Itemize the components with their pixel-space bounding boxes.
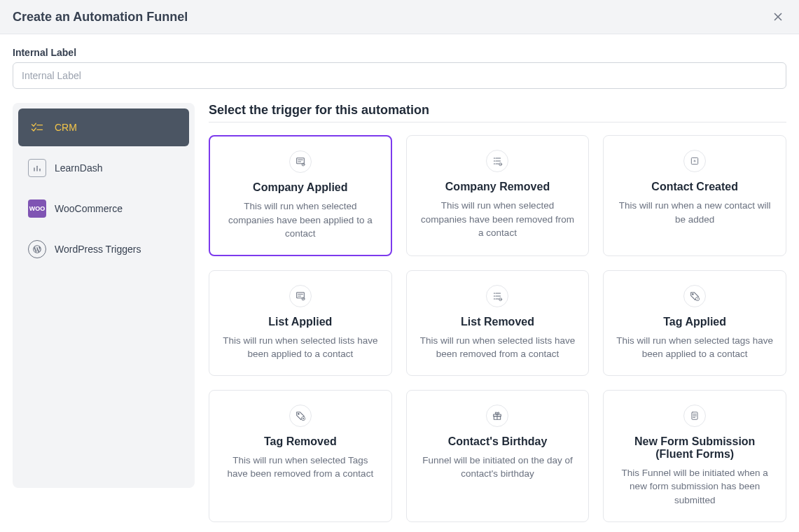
trigger-desc: This will run when selected Tags have be… — [222, 454, 379, 481]
sidebar-item-learndash[interactable]: LearnDash — [18, 149, 189, 187]
form-icon — [683, 405, 706, 427]
tag-x-icon — [289, 405, 312, 427]
modal-title: Create an Automation Funnel — [13, 10, 188, 24]
trigger-grid: Company Applied This will run when selec… — [209, 135, 786, 522]
gift-icon — [486, 405, 508, 427]
bar-chart-icon — [28, 159, 46, 177]
trigger-card-company-applied[interactable]: Company Applied This will run when selec… — [209, 135, 392, 256]
internal-label-input[interactable] — [13, 62, 786, 89]
trigger-card-list-applied[interactable]: List Applied This will run when selected… — [209, 270, 392, 376]
main: Select the trigger for this automation C… — [209, 103, 786, 522]
woo-icon: WOO — [28, 200, 46, 218]
layout: CRM LearnDash WOO WooCommerce — [13, 103, 786, 522]
trigger-title: List Applied — [222, 316, 379, 328]
trigger-card-company-removed[interactable]: Company Removed This will run when selec… — [406, 135, 590, 256]
trigger-card-list-removed[interactable]: List Removed This will run when selected… — [406, 270, 590, 376]
trigger-title: Contact Created — [616, 181, 773, 193]
trigger-title: Tag Removed — [222, 435, 379, 448]
tag-check-icon — [683, 285, 706, 307]
close-button[interactable] — [770, 8, 786, 25]
close-icon — [772, 11, 784, 22]
svg-point-9 — [298, 413, 299, 414]
bolt-icon — [683, 150, 706, 172]
trigger-desc: This will run when selected companies ha… — [419, 199, 576, 240]
wordpress-icon — [28, 240, 46, 258]
sidebar-item-woocommerce[interactable]: WOO WooCommerce — [18, 190, 189, 227]
sidebar-item-wordpress-triggers[interactable]: WordPress Triggers — [18, 230, 189, 268]
trigger-card-contacts-birthday[interactable]: Contact's Birthday Funnel will be initia… — [406, 390, 590, 522]
trigger-heading: Select the trigger for this automation — [209, 103, 786, 118]
trigger-desc: This will run when selected lists have b… — [222, 334, 379, 361]
trigger-desc: This will run when selected lists have b… — [419, 334, 576, 361]
svg-point-7 — [693, 293, 694, 295]
list-removed-icon — [486, 285, 508, 307]
internal-label-label: Internal Label — [13, 47, 786, 58]
trigger-card-new-form-submission[interactable]: New Form Submission (Fluent Forms) This … — [603, 390, 786, 522]
trigger-desc: Funnel will be initiated on the day of c… — [419, 454, 576, 481]
modal-header: Create an Automation Funnel — [0, 0, 799, 34]
trigger-desc: This Funnel will be initiated when a new… — [616, 466, 773, 507]
sidebar-item-label: LearnDash — [55, 162, 103, 174]
sidebar-item-label: WooCommerce — [55, 203, 123, 214]
trigger-title: List Removed — [419, 316, 576, 328]
trigger-desc: This will run when selected companies ha… — [223, 200, 378, 241]
list-applied-icon — [289, 150, 312, 173]
modal-content: Internal Label CRM LearnDash — [0, 34, 799, 532]
svg-rect-4 — [296, 292, 304, 298]
trigger-title: Contact's Birthday — [419, 435, 576, 448]
list-applied-icon — [289, 285, 312, 307]
trigger-card-tag-applied[interactable]: Tag Applied This will run when selected … — [603, 270, 786, 376]
trigger-title: New Form Submission (Fluent Forms) — [616, 435, 773, 461]
trigger-title: Company Removed — [419, 181, 576, 193]
list-removed-icon — [486, 150, 508, 172]
trigger-card-contact-created[interactable]: Contact Created This will run when a new… — [603, 135, 786, 256]
checklist-icon — [28, 118, 46, 136]
trigger-card-tag-removed[interactable]: Tag Removed This will run when selected … — [209, 390, 392, 522]
trigger-title: Company Applied — [223, 181, 378, 194]
divider — [209, 122, 786, 122]
sidebar-item-crm[interactable]: CRM — [18, 108, 189, 146]
trigger-desc: This will run when a new contact will be… — [616, 199, 773, 226]
trigger-title: Tag Applied — [616, 316, 773, 328]
sidebar-item-label: CRM — [55, 122, 77, 133]
sidebar-item-label: WordPress Triggers — [55, 244, 141, 255]
sidebar: CRM LearnDash WOO WooCommerce — [13, 103, 195, 488]
trigger-desc: This will run when selected tags have be… — [616, 334, 773, 361]
svg-rect-0 — [296, 158, 304, 164]
